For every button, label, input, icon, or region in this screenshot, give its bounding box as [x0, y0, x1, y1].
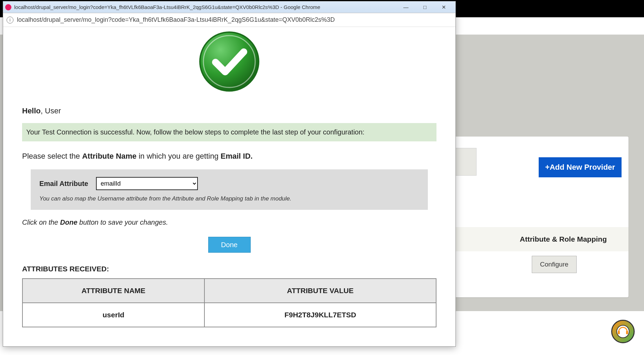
minimize-button[interactable]: — — [396, 1, 415, 13]
click-done-pre: Click on the — [22, 218, 60, 226]
favicon-icon — [5, 4, 11, 10]
table-header-row: ATTRIBUTE NAME ATTRIBUTE VALUE — [22, 279, 436, 303]
attributes-table: ATTRIBUTE NAME ATTRIBUTE VALUE userId F9… — [22, 278, 436, 327]
svg-point-3 — [200, 32, 259, 91]
svg-rect-1 — [618, 331, 620, 334]
instruction-mid: in which you are getting — [136, 152, 220, 160]
greeting-user: , User — [41, 106, 61, 115]
table-cell-attr-name: userId — [22, 303, 204, 327]
attributes-received-heading: ATTRIBUTES RECEIVED: — [22, 265, 436, 273]
chrome-titlebar[interactable]: localhost/drupal_server/mo_login?code=Yk… — [3, 1, 455, 13]
success-banner: Your Test Connection is successful. Now,… — [22, 123, 436, 141]
email-attribute-label: Email Attribute — [39, 180, 88, 188]
done-button[interactable]: Done — [208, 237, 251, 253]
instruction-pre: Please select the — [22, 152, 82, 160]
bg-tab-attribute-role-mapping[interactable]: Attribute & Role Mapping — [498, 235, 629, 243]
window-title: localhost/drupal_server/mo_login?code=Yk… — [14, 4, 396, 10]
table-cell-attr-value: F9H2T8J9KLL7ETSD — [204, 303, 436, 327]
email-attribute-note: You can also map the Username attribute … — [39, 195, 419, 202]
table-header-attribute-value: ATTRIBUTE VALUE — [204, 279, 436, 303]
svg-rect-2 — [626, 331, 628, 334]
url-text[interactable]: localhost/drupal_server/mo_login?code=Yk… — [17, 16, 452, 24]
instruction-text: Please select the Attribute Name in whic… — [22, 152, 436, 161]
chrome-popup-window: localhost/drupal_server/mo_login?code=Yk… — [3, 1, 456, 347]
email-attribute-box: Email Attribute emailId You can also map… — [31, 169, 428, 210]
instruction-bold-attr: Attribute Name — [82, 152, 137, 160]
greeting: Hello, User — [22, 106, 436, 115]
chrome-addressbar: i localhost/drupal_server/mo_login?code=… — [3, 13, 455, 27]
configure-button[interactable]: Configure — [532, 256, 577, 273]
close-button[interactable]: ✕ — [434, 1, 453, 13]
table-row: userId F9H2T8J9KLL7ETSD — [22, 303, 436, 327]
site-info-icon[interactable]: i — [7, 17, 13, 24]
click-done-text: Click on the Done button to save your ch… — [22, 218, 436, 226]
click-done-post: button to save your changes. — [77, 218, 168, 226]
instruction-bold-email: Email ID. — [221, 152, 253, 160]
table-header-attribute-name: ATTRIBUTE NAME — [22, 279, 204, 303]
click-done-bold: Done — [60, 218, 77, 226]
help-support-icon[interactable] — [611, 320, 635, 343]
maximize-button[interactable]: □ — [415, 1, 434, 13]
page-content: Hello, User Your Test Connection is succ… — [3, 27, 455, 346]
add-new-provider-button[interactable]: +Add New Provider — [539, 157, 622, 177]
greeting-bold: Hello — [22, 106, 41, 115]
success-checkmark-icon — [198, 30, 260, 93]
email-attribute-select[interactable]: emailId — [96, 177, 198, 190]
